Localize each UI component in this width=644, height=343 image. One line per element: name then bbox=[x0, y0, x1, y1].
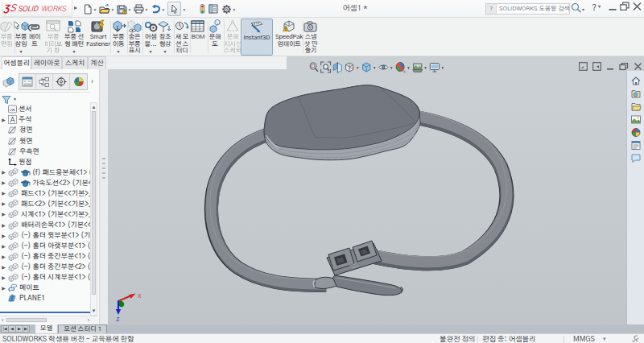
headsup-section-view-button[interactable] bbox=[332, 61, 343, 73]
tree-item[interactable]: ▶시계<1> (기본<<기본>_ bbox=[0, 209, 90, 220]
status-units-dropdown[interactable]: ▾ bbox=[603, 335, 606, 342]
headsup-apply-scene-button[interactable] bbox=[412, 61, 423, 73]
pane-right-icon[interactable] bbox=[592, 62, 601, 71]
scroll-right-icon[interactable]: › bbox=[88, 317, 89, 323]
model-smartwatch-assembly[interactable]: X Z bbox=[99, 69, 644, 324]
qat-print-button[interactable]: ▾ bbox=[133, 2, 150, 16]
tree-item[interactable]: ▶패드<2> (기본<<기본>_ bbox=[0, 199, 90, 209]
tree-item[interactable]: ▶가속도선<2> (기본<<기본>_ bbox=[0, 178, 90, 188]
expand-arrow-icon[interactable]: ▶ bbox=[0, 275, 7, 281]
taskpane-forum-button[interactable] bbox=[630, 153, 642, 163]
expand-arrow-icon[interactable]: ▶ bbox=[0, 211, 7, 217]
tree-item[interactable]: 우측면 bbox=[0, 147, 90, 157]
window-restore-button[interactable] bbox=[620, 2, 630, 11]
doc-restore-button[interactable] bbox=[619, 62, 629, 71]
command-tab-0[interactable]: 어셈블리 bbox=[2, 56, 31, 69]
taskpane-appearances-button[interactable] bbox=[630, 127, 642, 138]
qat-properties-button[interactable] bbox=[208, 2, 219, 16]
qat-select-button[interactable] bbox=[167, 2, 181, 16]
tree-item[interactable]: ▶(-) 홀더 중간부분<2> (기 bbox=[0, 262, 90, 272]
ribbon-button-instant3d[interactable]: Instant3D bbox=[241, 19, 273, 56]
rollback-bar[interactable] bbox=[0, 312, 90, 313]
expand-arrow-icon[interactable]: ▶ bbox=[0, 254, 7, 260]
tab-nav-last-button[interactable]: ▶| bbox=[23, 325, 30, 333]
tree-horizontal-scrollbar[interactable]: ‹ › bbox=[0, 316, 97, 323]
tree-item[interactable]: 센서 bbox=[0, 104, 90, 114]
expand-arrow-icon[interactable]: ▶ bbox=[0, 243, 7, 250]
doc-minimize-button[interactable] bbox=[606, 62, 614, 71]
expand-arrow-icon[interactable]: ▶ bbox=[0, 117, 7, 123]
menu-flyout-arrow[interactable]: ▸ bbox=[74, 4, 77, 12]
taskpane-file-explorer-button[interactable] bbox=[630, 101, 642, 112]
expand-arrow-icon[interactable]: ▶ bbox=[0, 233, 7, 239]
headsup-hide-show-items-button[interactable] bbox=[378, 61, 389, 73]
headsup-view-settings-button[interactable] bbox=[429, 61, 440, 73]
window-close-button[interactable] bbox=[633, 2, 642, 11]
tab-motion-study[interactable]: 모션 스터디 1 bbox=[58, 324, 107, 333]
tree-item[interactable]: ▶(f) 패드용본체<1> (기본<<기본>_ bbox=[0, 167, 90, 178]
expand-arrow-icon[interactable]: ▶ bbox=[0, 190, 7, 196]
tree-item[interactable]: ▶패드<1> (기본<<기본>_ bbox=[0, 188, 90, 199]
expand-arrow-icon[interactable]: ▶ bbox=[0, 180, 7, 186]
headsup-display-style-button[interactable] bbox=[361, 61, 372, 73]
solidworks-logo[interactable]: ƷSSOLIDWORKS bbox=[2, 0, 72, 17]
dropdown-arrow-icon[interactable]: ▾ bbox=[582, 6, 584, 13]
scroll-left-icon[interactable]: ‹ bbox=[2, 317, 3, 323]
ribbon-button-take-snapshot[interactable]: 스냅 샷 만 들기 bbox=[300, 19, 321, 56]
tree-item[interactable]: ▶(-) 홀더 시계부분<1> (기 bbox=[0, 272, 90, 283]
tab-nav-first-button[interactable]: |◀ bbox=[1, 325, 8, 333]
command-tab-1[interactable]: 레이아웃 bbox=[31, 56, 62, 69]
command-tab-2[interactable]: 스케치 bbox=[62, 56, 88, 69]
expand-arrow-icon[interactable]: ▶ bbox=[0, 169, 7, 176]
taskpane-design-library-button[interactable] bbox=[630, 89, 642, 99]
taskpane-home-button[interactable] bbox=[630, 76, 642, 86]
window-minimize-button[interactable] bbox=[609, 2, 617, 11]
help-button[interactable]: ?▾ bbox=[592, 2, 601, 14]
command-tab-3[interactable]: 계산 bbox=[88, 56, 106, 69]
tree-item[interactable]: ▶메이트 bbox=[0, 283, 90, 293]
search-button[interactable] bbox=[571, 2, 582, 13]
expand-arrow-icon[interactable]: ▶ bbox=[0, 222, 7, 229]
tree-item[interactable]: PLANE1 bbox=[0, 293, 90, 304]
scrollbar-thumb[interactable] bbox=[6, 318, 47, 322]
qat-undo-button[interactable]: ▾ bbox=[150, 2, 167, 16]
search-scope-icon[interactable]: ? bbox=[486, 4, 497, 14]
dropdown-arrow-icon: ▼ bbox=[72, 50, 76, 54]
expand-arrow-icon[interactable]: ▶ bbox=[0, 200, 7, 207]
headsup-edit-appearance-button[interactable] bbox=[395, 61, 407, 73]
tree-item[interactable]: ▶(-) 홀더 아랫부분<1> (기 bbox=[0, 241, 90, 251]
tree-item[interactable]: 원점 bbox=[0, 157, 90, 167]
doc-close-button[interactable] bbox=[634, 62, 642, 71]
scroll-down-icon[interactable]: ▼ bbox=[91, 308, 97, 313]
help-search-box[interactable]: ? SOLIDWORKS 도움말 검색 bbox=[485, 3, 570, 14]
scrollbar-thumb[interactable] bbox=[92, 111, 96, 295]
panel-expand-arrow[interactable]: › bbox=[91, 77, 93, 86]
tree-item[interactable]: ▶(-) 홀더 윗부분<1> (기본 bbox=[0, 230, 90, 241]
tree-item[interactable]: ▶배터리손목<1> (기본<< bbox=[0, 220, 90, 230]
tree-item[interactable]: 정면 bbox=[0, 125, 90, 135]
headsup-view-orientation-button[interactable] bbox=[344, 61, 355, 73]
taskpane-view-palette-button[interactable] bbox=[630, 114, 642, 125]
headsup-zoom-area-button[interactable] bbox=[320, 61, 332, 73]
tree-item[interactable]: 윗면 bbox=[0, 136, 90, 147]
qat-options-button[interactable]: ▾ bbox=[221, 2, 237, 16]
qat-new-document-button[interactable]: ▾ bbox=[82, 2, 98, 16]
tab-nav-next-button[interactable]: ▶ bbox=[15, 325, 23, 333]
tab-model[interactable]: 모델 bbox=[35, 324, 57, 333]
tree-vertical-scrollbar[interactable]: ▲ ▼ bbox=[90, 102, 97, 316]
status-units[interactable]: MMGS bbox=[573, 335, 595, 343]
qat-traffic-light-button[interactable] bbox=[199, 2, 206, 16]
panel-splitter[interactable] bbox=[99, 69, 108, 324]
tree-item[interactable]: ▶(-) 홀더 중간부분<1> (기 bbox=[0, 251, 90, 262]
tab-nav-prev-button[interactable]: ◀ bbox=[8, 325, 15, 333]
headsup-zoom-fit-button[interactable] bbox=[308, 61, 320, 73]
tree-item[interactable]: ▶A주석 bbox=[0, 114, 90, 125]
expand-arrow-icon[interactable]: ▶ bbox=[0, 285, 7, 291]
model-tab-bar: |◀ ◀ ▶ ▶| 모델 모션 스터디 1 bbox=[0, 324, 644, 333]
qat-open-button[interactable]: ▾ bbox=[98, 2, 116, 16]
scroll-up-icon[interactable]: ▲ bbox=[91, 105, 97, 110]
expand-arrow-icon[interactable]: ▶ bbox=[0, 264, 7, 271]
qat-save-button[interactable]: !▾ bbox=[116, 2, 133, 16]
taskpane-custom-properties-button[interactable] bbox=[630, 140, 642, 151]
pane-left-icon[interactable] bbox=[579, 62, 588, 71]
